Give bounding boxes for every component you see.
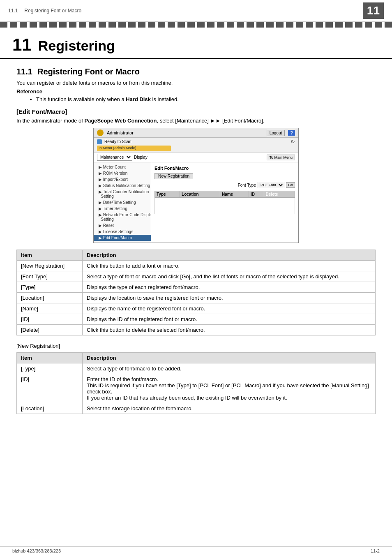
table1-desc: Displays the location to save the regist… [83,293,376,303]
table1-item: [Name] [17,303,83,314]
ss-sidebar-meter-count[interactable]: ▶ Meter Count [94,164,151,170]
page-footer: bizhub 423/363/283/223 11-2 [0,546,392,555]
table1-item: [Location] [17,293,83,303]
ss-scan-icon [97,139,102,144]
table2-item: [Location] [17,403,83,414]
ss-sidebar-edit-font[interactable]: ▶ Edit Font/Macro [94,235,151,241]
chapter-title: Registering [38,38,115,54]
ss-content-area: Edit Font/Macro New Registration Font Ty… [151,162,298,243]
ss-font-table: Type Location Name ID Delete [154,191,295,214]
ss-font-type-row: Font Type PCL Font Go [154,182,295,188]
chapter-number: 11 [12,35,32,55]
table2-header-item: Item [17,353,83,363]
ss-menu-bar: In Menu (Admin Mode) [97,146,171,151]
table-row: [Delete]Click this button to delete the … [17,325,376,335]
info-table-2: Item Description [Type]Select a type of … [16,352,376,414]
table-row: [Location]Displays the location to save … [17,293,376,303]
brand-name: PageScope Web Connection [84,118,157,124]
ss-topbar: Administrator Logout ? [94,128,298,138]
table-row: [ID]Displays the ID of the registered fo… [17,314,376,325]
table1-desc: Click this button to delete the selected… [83,325,376,335]
info-table-1: Item Description [New Registration]Click… [16,250,376,335]
table1-item: [Font Type] [17,271,83,282]
ss-sidebar-datetime[interactable]: ▶ Date/Time Setting [94,199,151,206]
top-header: 11.1 Registering Font or Macro 11 [0,0,392,22]
ss-refresh-icon[interactable]: ↻ [291,139,295,145]
reference-label: Reference [16,88,376,95]
screenshot-mockup: Administrator Logout ? Ready to Scan ↻ I… [93,128,299,243]
ss-sidebar-reset[interactable]: ▶ Reset [94,222,151,229]
bullet-item: This function is available only when a H… [36,96,376,102]
table2-item: [ID] [17,374,83,403]
section-title-header: Registering Font or Macro [24,8,81,14]
table2-header-desc: Description [83,353,376,363]
ss-admin-text: Administrator [107,130,263,135]
ss-nav-row: Maintenance Display To Main Menu [94,153,298,162]
main-content: 11.1 Registering Font or Macro You can r… [0,59,392,430]
ss-font-type-label: Font Type [238,183,256,187]
table1-item: [ID] [17,314,83,325]
table1-desc: Select a type of font or macro and click… [83,271,376,282]
admin-icon [97,130,104,136]
table-row: [ID]Enter the ID of the font/macro.This … [17,374,376,403]
decorative-band [0,22,392,28]
ss-display-label: Display [134,155,148,160]
table1-desc: Displays the ID of the registered font o… [83,314,376,325]
ss-sidebar-import-export[interactable]: ▶ Import/Export [94,176,151,183]
path-text: In the administrator mode of PageScope W… [16,118,376,124]
table2-desc: Enter the ID of the font/macro.This ID i… [83,374,376,403]
intro-text: You can register or delete fonts or macr… [16,80,376,86]
table1-item: [New Registration] [17,261,83,271]
chapter-header: 11 Registering [0,28,392,59]
ss-sidebar: ▶ Meter Count ▶ ROM Version ▶ Import/Exp… [94,162,151,243]
table-row: [Type]Select a type of font/macro to be … [17,363,376,374]
ss-statusbar: Ready to Scan ↻ In Menu (Admin Mode) [94,138,298,153]
ss-sidebar-network-error[interactable]: ▶ Network Error Code Display Setting [94,212,151,222]
ss-new-reg-button[interactable]: New Registration [154,173,193,179]
sub-heading-edit-font: [Edit Font/Macro] [16,108,376,115]
ss-sidebar-rom-version[interactable]: ▶ ROM Version [94,170,151,176]
new-reg-section-label: [New Registration] [16,343,376,349]
ss-th-location: Location [180,191,220,198]
section-title: Registering Font or Macro [37,67,140,76]
ss-sidebar-license[interactable]: ▶ License Settings [94,229,151,235]
table1-desc: Click this button to add a font or macro… [83,261,376,271]
chapter-badge: 11 [363,2,384,19]
table2-item: [Type] [17,363,83,374]
table-row: [Font Type]Select a type of font or macr… [17,271,376,282]
ss-body: ▶ Meter Count ▶ ROM Version ▶ Import/Exp… [94,162,298,243]
footer-page: 11-2 [371,548,380,553]
section-heading: 11.1 Registering Font or Macro [16,67,376,76]
ss-th-delete: Delete [264,191,295,198]
footer-brand: bizhub 423/363/283/223 [12,548,61,553]
table1-desc: Displays the type of each registered fon… [83,282,376,293]
table2-desc: Select the storage location of the font/… [83,403,376,414]
table-row: [Name]Displays the name of the registere… [17,303,376,314]
screenshot: Administrator Logout ? Ready to Scan ↻ I… [93,128,299,243]
ss-th-id: ID [249,191,264,198]
ss-logout-button[interactable]: Logout [267,130,285,136]
ss-font-type-select[interactable]: PCL Font [258,182,284,188]
table1-item: [Type] [17,282,83,293]
table-row: [New Registration]Click this button to a… [17,261,376,271]
ss-go-button[interactable]: Go [286,182,295,188]
table1-item: [Delete] [17,325,83,335]
ss-table-empty-row [155,198,295,214]
ss-sidebar-status-notification[interactable]: ▶ Status Notification Setting [94,183,151,189]
ss-sidebar-timer[interactable]: ▶ Timer Setting [94,206,151,212]
ss-ready-text: Ready to Scan [104,139,131,144]
ss-maintenance-select[interactable]: Maintenance [97,154,132,161]
table1-header-item: Item [17,250,83,261]
ss-th-name: Name [220,191,249,198]
ss-content-title: Edit Font/Macro [154,166,295,171]
ss-main-menu-btn[interactable]: To Main Menu [267,155,295,160]
table-row: [Type]Displays the type of each register… [17,282,376,293]
table1-header-desc: Description [83,250,376,261]
ss-help-button[interactable]: ? [288,130,295,136]
ss-sidebar-total-counter[interactable]: ▶ Total Counter Notification Setting [94,189,151,199]
section-label: 11.1 [8,8,18,14]
ss-scan-row: Ready to Scan ↻ [97,139,295,145]
table1-desc: Displays the name of the registered font… [83,303,376,314]
ss-menu-label: In Menu (Admin Mode) [97,145,138,151]
table-row: [Location]Select the storage location of… [17,403,376,414]
